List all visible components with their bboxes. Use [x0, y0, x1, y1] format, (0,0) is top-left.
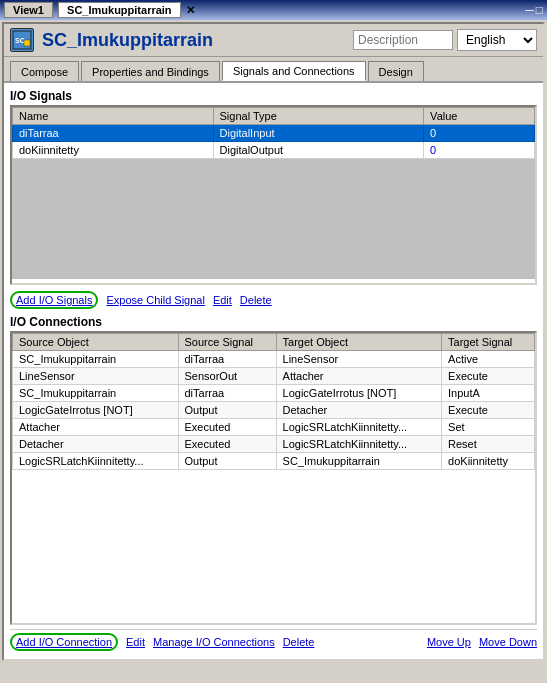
col-target-signal: Target Signal [442, 334, 535, 351]
source-signal: Executed [178, 436, 276, 453]
tab-view1[interactable]: View1 [4, 2, 53, 18]
table-row[interactable]: LogicSRLatchKiinnitetty... Output SC_Imu… [13, 453, 535, 470]
col-signal-type: Signal Type [213, 108, 424, 125]
signal-value: 0 [424, 125, 535, 142]
signal-name: doKiinnitetty [13, 142, 214, 159]
target-signal: Execute [442, 368, 535, 385]
io-connections-title: I/O Connections [10, 315, 537, 329]
tab-properties[interactable]: Properties and Bindings [81, 61, 220, 81]
tab-sc[interactable]: SC_Imukuppitarrain [58, 2, 181, 18]
col-source-object: Source Object [13, 334, 179, 351]
move-down-button[interactable]: Move Down [479, 636, 537, 648]
io-connections-table-container: Source Object Source Signal Target Objec… [10, 331, 537, 625]
source-signal: diTarraa [178, 351, 276, 368]
connections-action-bar: Add I/O Connection Edit Manage I/O Conne… [10, 629, 537, 653]
col-target-object: Target Object [276, 334, 442, 351]
io-signals-table-container: Name Signal Type Value diTarraa DigitalI… [10, 105, 537, 285]
window-header: SC SC_Imukuppitarrain English [4, 24, 543, 57]
target-object: SC_Imukuppitarrain [276, 453, 442, 470]
target-signal: Execute [442, 402, 535, 419]
target-object: LogicSRLatchKiinnitetty... [276, 436, 442, 453]
maximize-icon[interactable]: □ [536, 3, 543, 17]
source-object: Detacher [13, 436, 179, 453]
content-area: I/O Signals Name Signal Type Value diTar… [4, 83, 543, 659]
io-signals-table: Name Signal Type Value diTarraa DigitalI… [12, 107, 535, 159]
target-signal: doKiinnitetty [442, 453, 535, 470]
target-signal: Active [442, 351, 535, 368]
move-up-button[interactable]: Move Up [427, 636, 471, 648]
target-object: LineSensor [276, 351, 442, 368]
table-row[interactable]: SC_Imukuppitarrain diTarraa LogicGateIrr… [13, 385, 535, 402]
io-signals-title: I/O Signals [10, 89, 537, 103]
target-object: LogicGateIrrotus [NOT] [276, 385, 442, 402]
manage-io-connections-button[interactable]: Manage I/O Connections [153, 636, 275, 648]
table-row[interactable]: LineSensor SensorOut Attacher Execute [13, 368, 535, 385]
source-object: SC_Imukuppitarrain [13, 385, 179, 402]
target-object: LogicSRLatchKiinnitetty... [276, 419, 442, 436]
tab-compose[interactable]: Compose [10, 61, 79, 81]
delete-signal-button[interactable]: Delete [240, 294, 272, 306]
description-input[interactable] [353, 30, 453, 50]
source-signal: Executed [178, 419, 276, 436]
col-value: Value [424, 108, 535, 125]
target-signal: Set [442, 419, 535, 436]
add-io-connection-button[interactable]: Add I/O Connection [10, 633, 118, 651]
svg-rect-2 [24, 40, 30, 46]
edit-signal-button[interactable]: Edit [213, 294, 232, 306]
io-connections-section: I/O Connections Source Object Source Sig… [10, 315, 537, 625]
source-object: LogicSRLatchKiinnitetty... [13, 453, 179, 470]
title-bar-text: View1 SC_Imukuppitarrain ✕ [4, 4, 195, 17]
window-header-right: English [353, 29, 537, 51]
window-icon: SC [10, 28, 34, 52]
table-row[interactable]: Detacher Executed LogicSRLatchKiinnitett… [13, 436, 535, 453]
sc-icon: SC [12, 30, 32, 50]
table-row[interactable]: LogicGateIrrotus [NOT] Output Detacher E… [13, 402, 535, 419]
signals-action-bar: Add I/O Signals Expose Child Signal Edit… [10, 289, 537, 311]
source-signal: Output [178, 453, 276, 470]
source-object: Attacher [13, 419, 179, 436]
signal-type: DigitalInput [213, 125, 424, 142]
source-signal: SensorOut [178, 368, 276, 385]
delete-connection-button[interactable]: Delete [283, 636, 315, 648]
table-row[interactable]: SC_Imukuppitarrain diTarraa LineSensor A… [13, 351, 535, 368]
window-body: SC SC_Imukuppitarrain English Compose Pr… [2, 22, 545, 661]
target-object: Detacher [276, 402, 442, 419]
source-object: SC_Imukuppitarrain [13, 351, 179, 368]
io-signals-empty-area [12, 159, 535, 279]
source-signal: diTarraa [178, 385, 276, 402]
col-name: Name [13, 108, 214, 125]
io-signals-section: I/O Signals Name Signal Type Value diTar… [10, 89, 537, 285]
target-object: Attacher [276, 368, 442, 385]
tab-signals[interactable]: Signals and Connections [222, 61, 366, 81]
tab-close-icon[interactable]: ✕ [186, 4, 195, 16]
nav-tabs: Compose Properties and Bindings Signals … [4, 57, 543, 83]
source-object: LineSensor [13, 368, 179, 385]
language-select[interactable]: English [457, 29, 537, 51]
signal-type: DigitalOutput [213, 142, 424, 159]
tab-design[interactable]: Design [368, 61, 424, 81]
add-io-signals-button[interactable]: Add I/O Signals [10, 291, 98, 309]
target-signal: InputA [442, 385, 535, 402]
source-signal: Output [178, 402, 276, 419]
window-title: SC_Imukuppitarrain [42, 30, 345, 51]
window-controls: ─ □ [525, 3, 543, 17]
signal-name: diTarraa [13, 125, 214, 142]
source-object: LogicGateIrrotus [NOT] [13, 402, 179, 419]
col-source-signal: Source Signal [178, 334, 276, 351]
svg-text:SC: SC [15, 37, 25, 44]
signal-value: 0 [424, 142, 535, 159]
target-signal: Reset [442, 436, 535, 453]
edit-connection-button[interactable]: Edit [126, 636, 145, 648]
expose-child-signal-button[interactable]: Expose Child Signal [106, 294, 204, 306]
minimize-icon[interactable]: ─ [525, 3, 534, 17]
io-connections-table: Source Object Source Signal Target Objec… [12, 333, 535, 470]
title-bar: View1 SC_Imukuppitarrain ✕ ─ □ [0, 0, 547, 20]
table-row[interactable]: Attacher Executed LogicSRLatchKiinnitett… [13, 419, 535, 436]
table-row[interactable]: diTarraa DigitalInput 0 [13, 125, 535, 142]
table-row[interactable]: doKiinnitetty DigitalOutput 0 [13, 142, 535, 159]
